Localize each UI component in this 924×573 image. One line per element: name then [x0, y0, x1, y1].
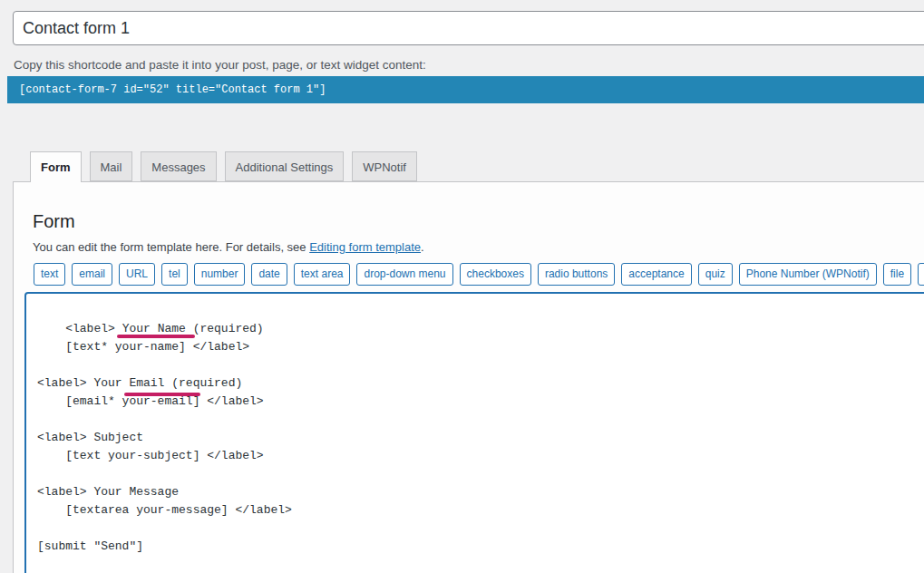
- editor-tabs: Form Mail Messages Additional Settings W…: [30, 151, 417, 182]
- tab-item[interactable]: Messages: [141, 151, 216, 181]
- tag-generator-button[interactable]: submit: [918, 263, 924, 286]
- description-period: .: [421, 240, 424, 254]
- tag-generator-button[interactable]: text: [34, 263, 65, 286]
- tag-generator-button[interactable]: radio buttons: [538, 263, 615, 286]
- tag-generator-button[interactable]: tel: [161, 263, 188, 286]
- shortcode-instructions: Copy this shortcode and paste it into yo…: [14, 58, 426, 72]
- annotation-underline-your-email: [124, 393, 200, 396]
- tag-generator-button[interactable]: file: [883, 263, 911, 286]
- panel-description: You can edit the form template here. For…: [33, 240, 424, 254]
- shortcode-value-input[interactable]: [7, 76, 924, 103]
- tag-generator-buttons: text email URL tel number date text area…: [34, 263, 924, 286]
- tag-generator-button[interactable]: text area: [294, 263, 351, 286]
- tab-item[interactable]: Mail: [90, 151, 133, 181]
- tag-generator-button[interactable]: quiz: [698, 263, 733, 286]
- tag-generator-button[interactable]: Phone Number (WPNotif): [739, 263, 877, 286]
- tab-item[interactable]: Form: [30, 151, 82, 182]
- tab-item[interactable]: Additional Settings: [225, 151, 345, 181]
- form-title-input[interactable]: [13, 11, 924, 45]
- tag-generator-button[interactable]: drop-down menu: [356, 263, 452, 286]
- annotation-underline-your-name: [117, 335, 195, 338]
- tag-generator-button[interactable]: date: [251, 263, 287, 286]
- form-template-code: <label> Your Name (required) [text* your…: [37, 322, 292, 553]
- editing-form-template-link[interactable]: Editing form template: [309, 240, 421, 254]
- form-template-editor[interactable]: <label> Your Name (required) [text* your…: [24, 292, 924, 573]
- tag-generator-button[interactable]: number: [194, 263, 246, 286]
- tag-generator-button[interactable]: checkboxes: [460, 263, 531, 286]
- tag-generator-button[interactable]: URL: [119, 263, 155, 286]
- tag-generator-button[interactable]: acceptance: [621, 263, 691, 286]
- tag-generator-button[interactable]: email: [72, 263, 112, 286]
- description-text: You can edit the form template here. For…: [33, 240, 309, 254]
- form-tab-panel: Form You can edit the form template here…: [13, 181, 924, 573]
- tab-item[interactable]: WPNotif: [352, 151, 417, 181]
- panel-heading: Form: [33, 211, 75, 232]
